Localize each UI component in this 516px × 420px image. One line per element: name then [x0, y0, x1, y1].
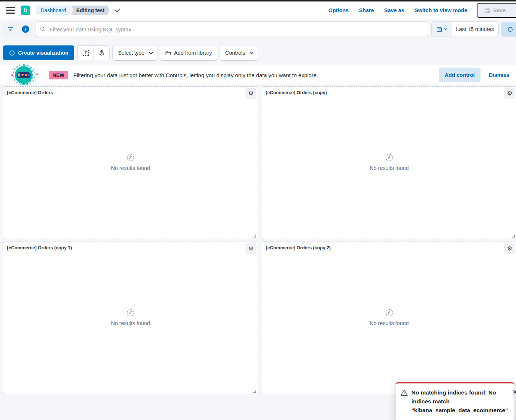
panel-ecommerce-orders-copy-1: [eCommerce] Orders (copy 1) ⚙ No results… — [3, 242, 258, 394]
controls-callout: NEW Filtering your data just got better … — [0, 65, 516, 85]
switch-to-view-mode-link[interactable]: Switch to view mode — [415, 7, 468, 13]
chevron-down-icon — [444, 27, 447, 31]
filter-controls-group: + — [3, 22, 33, 37]
compass-empty-icon — [385, 153, 393, 161]
panel-ecommerce-orders-copy-2: [eCommerce] Orders (copy 2) ⚙ No results… — [262, 242, 516, 394]
empty-state: No results found — [3, 308, 258, 326]
compass-empty-icon — [385, 308, 393, 317]
add-text-icon — [82, 49, 89, 56]
empty-message: No results found — [370, 320, 409, 326]
menu-icon[interactable] — [6, 7, 15, 14]
panel-title: [eCommerce] Orders (copy) — [266, 90, 327, 95]
warning-icon — [401, 389, 408, 396]
panel-title: [eCommerce] Orders (copy 2) — [266, 245, 331, 250]
lens-icon — [9, 50, 15, 56]
resize-corner-icon[interactable] — [512, 234, 515, 238]
error-toast: No matching indices found: No indices ma… — [396, 382, 515, 420]
calendar-icon — [437, 27, 442, 32]
save-as-link[interactable]: Save as — [384, 7, 404, 13]
search-icon — [40, 26, 46, 32]
compass-empty-icon — [126, 153, 135, 161]
empty-state: No results found — [262, 153, 516, 171]
compass-empty-icon — [126, 308, 135, 317]
breadcrumb: Dashboard Editing test — [36, 6, 121, 15]
new-badge: NEW — [49, 71, 68, 79]
edit-toolbar: Create visualization — [0, 39, 516, 65]
panel-options-button[interactable]: ⚙ — [245, 243, 257, 254]
empty-message: No results found — [111, 165, 150, 171]
add-map-button[interactable] — [94, 46, 109, 60]
app-header: D Dashboard Editing test Options Share S… — [0, 1, 516, 19]
time-quick-menu-button[interactable] — [432, 22, 452, 37]
gear-icon: ⚙ — [507, 246, 512, 252]
controls-illustration — [7, 65, 44, 85]
add-filter-icon: + — [22, 25, 29, 33]
create-visualization-button[interactable]: Create visualization — [3, 45, 74, 60]
refresh-button[interactable] — [501, 22, 516, 37]
refresh-icon — [507, 26, 513, 33]
chevron-down-icon — [249, 50, 254, 54]
close-icon[interactable]: ✕ — [512, 388, 516, 396]
panel-options-button[interactable]: ⚙ — [504, 243, 515, 254]
breadcrumb-current: Editing test — [71, 6, 110, 15]
chevron-down-icon — [149, 50, 153, 54]
add-text-button[interactable] — [78, 46, 94, 60]
select-type-button[interactable]: Select type — [113, 45, 157, 60]
save-button-label: Save — [493, 7, 506, 13]
space-avatar[interactable]: D — [21, 6, 30, 15]
quick-add-group — [77, 45, 110, 60]
empty-message: No results found — [370, 165, 409, 171]
controls-label: Controls — [225, 50, 245, 56]
kql-search-box — [35, 22, 429, 37]
share-link[interactable]: Share — [359, 7, 374, 13]
panel-ecommerce-orders: [eCommerce] Orders ⚙ No results found — [3, 86, 258, 239]
folder-icon — [165, 50, 171, 55]
filter-menu-button[interactable] — [3, 22, 18, 37]
select-type-label: Select type — [118, 50, 145, 56]
panel-ecommerce-orders-copy: [eCommerce] Orders (copy) ⚙ No results f… — [262, 86, 516, 239]
panel-title: [eCommerce] Orders (copy 1) — [7, 245, 72, 250]
add-map-icon — [98, 49, 105, 56]
kql-search-input[interactable] — [50, 26, 424, 33]
callout-message: Filtering your data just got better with… — [73, 72, 434, 78]
check-icon — [114, 7, 121, 14]
add-control-button[interactable]: Add control — [439, 68, 481, 82]
panel-title: [eCommerce] Orders — [7, 90, 53, 95]
resize-corner-icon[interactable] — [253, 389, 257, 393]
save-button[interactable]: Save — [477, 3, 516, 18]
empty-state: No results found — [262, 308, 516, 326]
panel-options-button[interactable]: ⚙ — [245, 88, 257, 99]
filter-bar: + Last 15 minutes — [0, 19, 516, 39]
breadcrumb-dashboard[interactable]: Dashboard — [36, 6, 72, 15]
time-range-picker: Last 15 minutes — [432, 22, 498, 37]
toast-title: No matching indices found: No indices ma… — [411, 388, 508, 415]
dismiss-link[interactable]: Dismiss — [489, 72, 509, 78]
empty-state: No results found — [3, 153, 258, 171]
empty-message: No results found — [111, 320, 150, 326]
save-disk-icon — [484, 7, 490, 13]
add-from-library-label: Add from library — [174, 50, 212, 56]
time-range-value[interactable]: Last 15 minutes — [452, 22, 498, 37]
add-from-library-button[interactable]: Add from library — [160, 45, 217, 60]
gear-icon: ⚙ — [248, 246, 254, 252]
controls-button[interactable]: Controls — [220, 45, 258, 60]
dashboard-grid: [eCommerce] Orders ⚙ No results found [e… — [0, 85, 516, 394]
header-nav: Options Share Save as Switch to view mod… — [328, 7, 467, 13]
create-visualization-label: Create visualization — [18, 50, 68, 56]
add-filter-button[interactable]: + — [18, 22, 33, 37]
resize-corner-icon[interactable] — [253, 234, 257, 238]
filter-icon — [7, 27, 13, 32]
panel-options-button[interactable]: ⚙ — [504, 88, 515, 99]
options-link[interactable]: Options — [328, 7, 349, 13]
gear-icon: ⚙ — [507, 91, 512, 96]
gear-icon: ⚙ — [248, 91, 254, 96]
